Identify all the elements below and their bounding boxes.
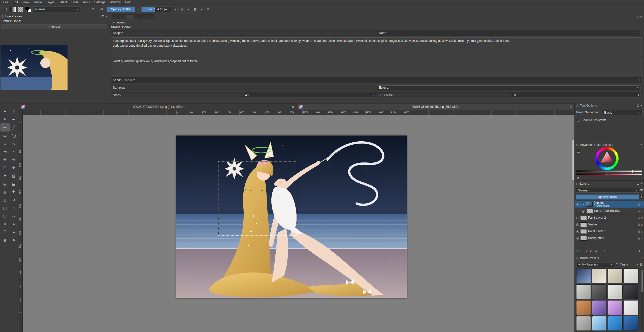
gradient-swatch[interactable] (10, 7, 16, 12)
dynamic-brush-tool[interactable]: ✣ (1, 156, 9, 163)
layer-row[interactable]: Paint Layer 1 α (575, 228, 644, 235)
color-selector-settings-icon[interactable] (577, 149, 580, 153)
crop-tool[interactable]: # (1, 172, 9, 180)
steps-spinbox[interactable]: 40 ▴ ▾ (244, 93, 376, 97)
menu-item[interactable]: Select (56, 0, 69, 4)
float-docker-icon[interactable] (637, 105, 639, 107)
brush-preset[interactable] (608, 300, 623, 315)
brush-preset[interactable] (592, 316, 607, 331)
close-docker-icon[interactable]: × (640, 15, 642, 18)
opacity-dropdown-icon[interactable]: ▾ (137, 8, 140, 11)
gradient-tool[interactable]: ▨ (10, 172, 18, 180)
sampler-combo[interactable]: Euler a ▾ (377, 85, 640, 90)
close-tab-icon[interactable]: × (292, 105, 294, 109)
layer-checkbox[interactable]: ✓ (583, 203, 585, 206)
color-wheel[interactable] (595, 147, 619, 170)
layer-row[interactable]: ▾ ✓ [inpaint] Prompt: mast... α (575, 201, 644, 208)
smart-patch-tool[interactable]: ✚ (10, 188, 18, 196)
measure-tool[interactable]: ⊿ (10, 196, 18, 204)
lock-icon[interactable] (638, 218, 640, 219)
brush-preset[interactable] (624, 269, 638, 283)
close-docker-icon[interactable]: × (641, 182, 642, 185)
brush-preset[interactable] (576, 316, 591, 331)
freehand-select-tool[interactable]: ∾ (10, 212, 18, 220)
menu-item[interactable]: Layer (44, 0, 56, 4)
lock-icon[interactable] (638, 231, 640, 233)
brush-preset[interactable] (624, 284, 638, 299)
properties-dropdown-icon[interactable]: ▾ (604, 250, 605, 252)
redo-icon[interactable]: ↻ (98, 6, 105, 13)
new-document-icon[interactable]: ▢ (2, 6, 9, 13)
lock-icon[interactable] (638, 211, 640, 212)
add-layer-button[interactable]: + (577, 249, 579, 253)
fill-tool[interactable]: ◍ (1, 188, 9, 196)
sd-tab[interactable] (119, 14, 126, 19)
alpha-lock-icon[interactable]: α (641, 210, 642, 213)
pattern-tool[interactable]: ▤ (10, 180, 18, 188)
visibility-eye-icon[interactable] (576, 203, 579, 206)
multibrush-tool[interactable]: ❊ (10, 156, 18, 163)
brush-preset[interactable] (592, 269, 607, 283)
move-layer-up-button[interactable]: ∧ (595, 249, 597, 253)
polygonal-select-tool[interactable]: ⬡ (1, 212, 9, 220)
polyline-tool[interactable]: ∿ (10, 140, 18, 147)
layer-row[interactable]: Seed: 2085156153 α (575, 208, 644, 215)
layer-row[interactable]: Visible α (575, 221, 644, 228)
float-docker-icon[interactable] (637, 257, 639, 259)
layer-filter-icon[interactable] (640, 189, 643, 191)
mirror-horizontal-icon[interactable]: ⇄ (179, 6, 185, 13)
move-layer-down-button[interactable]: ∨ (590, 249, 592, 253)
freehand-brush-tool[interactable]: ✏ (1, 123, 9, 131)
sd-tab[interactable] (112, 14, 119, 19)
brush-presets-scrollbar[interactable] (641, 269, 643, 331)
freehand-path-tool[interactable]: ∼ (10, 148, 18, 155)
lock-icon[interactable] (638, 204, 640, 206)
pan-tool[interactable]: ❖ (10, 236, 18, 244)
tag-doc-icon[interactable]: ▢ (616, 263, 618, 266)
selection-marquee[interactable] (218, 161, 297, 236)
interrupt-button[interactable]: Interrupt (2, 24, 107, 29)
layer-blend-mode-combo[interactable]: Normal ▾ (576, 188, 639, 193)
alpha-lock-icon[interactable]: α (641, 230, 642, 233)
snap-to-assistants-checkbox[interactable] (577, 119, 580, 122)
chevron-down-icon[interactable]: ▾ (626, 263, 628, 266)
document-tab[interactable]: 00076-3620848235.png (35.3 MiB) * × (297, 104, 575, 110)
contiguous-select-tool[interactable]: ✳ (1, 220, 9, 228)
menu-item[interactable]: File (1, 0, 10, 4)
seed-input[interactable]: Random (122, 78, 640, 82)
prompt-textarea[interactable]: masterpiece,best quality,very aesthetic,… (111, 37, 641, 56)
spin-down-icon[interactable]: ▾ (638, 95, 639, 96)
grid-view-icon[interactable]: ▦ (640, 263, 642, 266)
brush-preset[interactable] (608, 284, 623, 299)
reload-preset-icon[interactable]: ↺ (90, 6, 96, 13)
lock-icon[interactable] (638, 224, 640, 226)
menu-item[interactable]: Window (108, 0, 123, 4)
transform-tool[interactable]: ⊡ (1, 164, 9, 172)
opacity-slider[interactable]: Opacity: 100% (107, 7, 135, 12)
expand-caret-icon[interactable]: ▾ (580, 203, 582, 206)
text-tool[interactable]: T (10, 107, 18, 115)
brush-preset[interactable] (592, 300, 607, 315)
cfg-scale-spinbox[interactable]: 5.00 ▴ ▾ (510, 93, 640, 97)
float-docker-icon[interactable] (637, 183, 639, 185)
bezier-select-tool[interactable]: ⌒ (1, 228, 9, 236)
spin-down-icon[interactable]: ▾ (373, 95, 374, 96)
canvas-image[interactable] (176, 136, 407, 298)
menu-item[interactable]: Image (31, 0, 44, 4)
favorites-tag-combo[interactable]: ★ My Favorites ▾ (576, 262, 614, 267)
add-layer-dropdown-icon[interactable]: ▾ (579, 250, 581, 252)
elliptical-select-tool[interactable]: ◌ (10, 204, 18, 212)
rectangle-tool[interactable]: ▭ (1, 131, 9, 139)
polygon-tool[interactable]: ◇ (1, 140, 9, 147)
menu-item[interactable]: View (20, 0, 31, 4)
close-docker-icon[interactable]: × (641, 143, 642, 146)
menu-item[interactable]: Edit (10, 0, 20, 4)
visibility-eye-icon[interactable] (576, 223, 579, 226)
canvas-scrollbar[interactable] (572, 115, 574, 332)
foreground-background-color-chip[interactable] (25, 6, 31, 13)
brush-preset[interactable] (592, 284, 607, 299)
alpha-lock-icon[interactable]: α (641, 217, 642, 219)
layer-row[interactable]: Background α (575, 235, 644, 242)
visibility-eye-icon[interactable] (576, 217, 579, 219)
calligraphy-tool[interactable]: ✒ (10, 115, 18, 123)
